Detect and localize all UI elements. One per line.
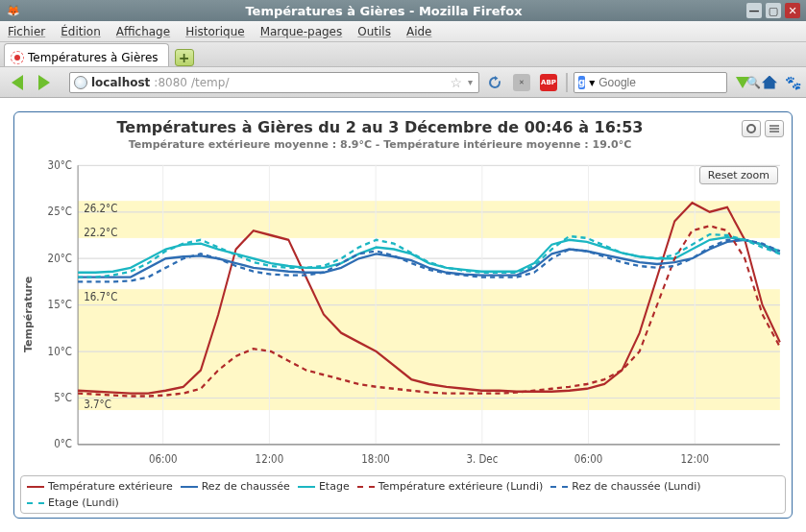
svg-text:10°C: 10°C — [48, 345, 73, 358]
chart-view-button[interactable] — [742, 120, 761, 137]
menu-edit[interactable]: Édition — [61, 25, 101, 38]
svg-text:0°C: 0°C — [54, 438, 72, 451]
new-tab-button[interactable]: + — [175, 49, 194, 66]
adblock-button[interactable]: ABP — [537, 71, 560, 94]
search-engine-icon: g — [578, 76, 585, 89]
reset-zoom-button[interactable]: Reset zoom — [699, 166, 778, 184]
svg-text:25°C: 25°C — [48, 206, 73, 219]
close-button[interactable]: ✕ — [785, 3, 800, 18]
menu-help[interactable]: Aide — [406, 25, 432, 38]
legend-label: Température extérieure — [48, 480, 173, 493]
legend-label: Rez de chaussée (Lundi) — [572, 480, 700, 493]
window-title: Températures à Gières - Mozilla Firefox — [23, 4, 745, 18]
maximize-button[interactable]: ▢ — [766, 3, 781, 18]
legend-swatch — [298, 486, 315, 488]
legend-item[interactable]: Température extérieure (Lundi) — [357, 480, 544, 493]
legend-swatch — [181, 486, 198, 488]
legend-swatch — [357, 486, 375, 488]
svg-text:30°C: 30°C — [48, 158, 73, 172]
url-host: localhost — [91, 76, 150, 89]
back-button[interactable] — [6, 71, 29, 94]
legend-label: Etage — [319, 480, 350, 493]
legend-item[interactable]: Température extérieure — [27, 480, 173, 493]
browser-tab[interactable]: Températures à Gières — [4, 43, 169, 66]
svg-text:26.2°C: 26.2°C — [84, 202, 117, 215]
app-icon: 🦊 — [6, 3, 21, 18]
menu-bookmarks[interactable]: Marque-pages — [260, 25, 343, 38]
separator — [566, 73, 568, 92]
legend-item[interactable]: Rez de chaussée (Lundi) — [550, 480, 700, 493]
svg-text:06:00: 06:00 — [149, 452, 178, 466]
svg-text:12:00: 12:00 — [680, 452, 709, 466]
svg-text:16.7°C: 16.7°C — [84, 290, 117, 303]
svg-text:18:00: 18:00 — [361, 452, 390, 466]
reload-icon — [487, 75, 502, 90]
address-bar[interactable]: localhost:8080/temp/ ☆ ▾ — [69, 72, 479, 93]
url-port: :8080 — [154, 76, 187, 89]
reload-button[interactable] — [483, 71, 506, 94]
menu-history[interactable]: Historique — [185, 25, 245, 38]
stop-icon: ✕ — [513, 74, 530, 91]
svg-rect-1 — [78, 201, 780, 238]
svg-text:5°C: 5°C — [54, 391, 72, 404]
svg-text:3.7°C: 3.7°C — [84, 398, 111, 411]
tab-bar: Températures à Gières + — [0, 42, 806, 67]
bookmark-star-icon[interactable]: ☆ — [450, 75, 462, 90]
downloads-button[interactable] — [731, 71, 754, 94]
menu-view[interactable]: Affichage — [116, 25, 170, 38]
svg-text:3. Dec: 3. Dec — [466, 452, 498, 466]
svg-text:22.2°C: 22.2°C — [84, 226, 117, 239]
stop-button[interactable]: ✕ — [510, 71, 533, 94]
svg-text:20°C: 20°C — [48, 252, 73, 265]
legend-item[interactable]: Etage (Lundi) — [27, 496, 119, 509]
circle-icon — [745, 123, 757, 134]
chart-container: Températures à Gières du 2 au 3 Décembre… — [13, 111, 793, 519]
svg-point-0 — [747, 125, 755, 133]
window-titlebar: 🦊 Températures à Gières - Mozilla Firefo… — [0, 0, 806, 21]
svg-text:06:00: 06:00 — [574, 452, 603, 466]
addon-button[interactable]: 🐾 — [785, 75, 800, 90]
url-dropdown-icon[interactable]: ▾ — [468, 77, 473, 87]
forward-icon — [38, 75, 50, 90]
menu-file[interactable]: Fichier — [8, 25, 45, 38]
home-icon — [762, 76, 777, 89]
chart-svg: 0°C5°C10°C15°C20°C25°C30°C06:0012:0018:0… — [37, 157, 786, 472]
menu-tools[interactable]: Outils — [357, 25, 391, 38]
legend-swatch — [27, 486, 44, 488]
menu-bar: Fichier Édition Affichage Historique Mar… — [0, 21, 806, 42]
legend-swatch — [27, 502, 44, 504]
legend-label: Température extérieure (Lundi) — [379, 480, 544, 493]
chart-legend: Température extérieureRez de chausséeEta… — [20, 475, 786, 514]
download-icon — [736, 77, 749, 88]
legend-label: Rez de chaussée — [202, 480, 290, 493]
search-bar[interactable]: g ▾ 🔍 — [574, 72, 727, 93]
svg-text:12:00: 12:00 — [256, 452, 284, 466]
chart-subtitle: Température extérieure moyenne : 8.9°C -… — [20, 138, 740, 151]
legend-item[interactable]: Rez de chaussée — [181, 480, 290, 493]
url-path: /temp/ — [191, 76, 229, 89]
chart-menu-button[interactable] — [765, 120, 784, 137]
svg-text:15°C: 15°C — [48, 299, 73, 312]
paw-icon: 🐾 — [785, 75, 801, 90]
engine-dropdown-icon[interactable]: ▾ — [589, 76, 595, 89]
navigation-toolbar: localhost:8080/temp/ ☆ ▾ ✕ ABP g ▾ 🔍 🐾 — [0, 67, 806, 98]
forward-button[interactable] — [33, 71, 56, 94]
site-identity-icon — [74, 76, 87, 89]
legend-label: Etage (Lundi) — [48, 496, 119, 509]
legend-swatch — [550, 486, 568, 488]
home-button[interactable] — [758, 71, 781, 94]
chart-title: Températures à Gières du 2 au 3 Décembre… — [20, 118, 740, 136]
plot-area[interactable]: Reset zoom 0°C5°C10°C15°C20°C25°C30°C06:… — [37, 157, 786, 472]
adblock-icon: ABP — [540, 74, 557, 91]
tab-label: Températures à Gières — [28, 51, 159, 64]
search-input[interactable] — [598, 76, 743, 89]
legend-item[interactable]: Etage — [298, 480, 350, 493]
y-axis-label: Température — [20, 157, 37, 472]
hamburger-icon — [769, 123, 780, 134]
page-content: Températures à Gières du 2 au 3 Décembre… — [0, 98, 806, 532]
minimize-button[interactable]: — — [746, 3, 762, 18]
back-icon — [12, 75, 23, 90]
tab-favicon — [11, 51, 24, 64]
